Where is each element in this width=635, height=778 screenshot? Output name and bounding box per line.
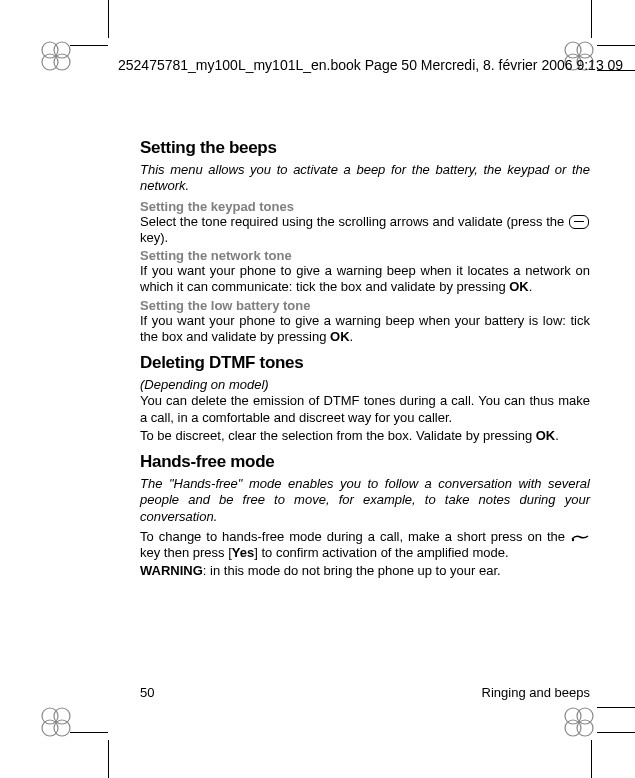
text: . — [555, 428, 559, 443]
crop-mark — [70, 45, 108, 46]
text: key then press [ — [140, 545, 232, 560]
handsfree-body: To change to hands-free mode during a ca… — [140, 529, 590, 562]
text: To be discreet, clear the selection from… — [140, 428, 536, 443]
crop-mark — [108, 0, 109, 38]
crop-mark — [591, 0, 592, 38]
svg-point-15 — [577, 720, 593, 736]
svg-point-11 — [54, 720, 70, 736]
registration-mark-icon — [40, 40, 72, 72]
yes-label: Yes — [232, 545, 254, 560]
crop-mark — [597, 707, 635, 708]
section-title-handsfree: Hands-free mode — [140, 452, 590, 472]
crop-mark — [108, 740, 109, 778]
registration-mark-icon — [563, 706, 595, 738]
text: To change to hands-free mode during a ca… — [140, 529, 570, 544]
text: . — [529, 279, 533, 294]
ok-label: OK — [330, 329, 350, 344]
page-header: 252475781_my100L_my101L_en.book Page 50 … — [108, 55, 615, 75]
handsfree-intro: The "Hands-free" mode enables you to fol… — [140, 476, 590, 525]
text: If you want your phone to give a warning… — [140, 313, 590, 344]
keypad-tones-body: Select the tone required using the scrol… — [140, 214, 590, 247]
registration-mark-icon — [40, 706, 72, 738]
network-tone-body: If you want your phone to give a warning… — [140, 263, 590, 296]
ok-label: OK — [536, 428, 556, 443]
warning-label: WARNING — [140, 563, 203, 578]
section-title-beeps: Setting the beeps — [140, 138, 590, 158]
low-battery-body: If you want your phone to give a warning… — [140, 313, 590, 346]
beeps-intro: This menu allows you to activate a beep … — [140, 162, 590, 195]
page-footer: 50 Ringing and beeps — [140, 685, 590, 700]
text: ] to confirm activation of the amplified… — [254, 545, 508, 560]
svg-point-25 — [572, 539, 574, 541]
text: . — [350, 329, 354, 344]
subhead-network-tone: Setting the network tone — [140, 248, 590, 263]
subhead-low-battery-tone: Setting the low battery tone — [140, 298, 590, 313]
subhead-keypad-tones: Setting the keypad tones — [140, 199, 590, 214]
crop-mark — [597, 732, 635, 733]
chapter-name: Ringing and beeps — [482, 685, 590, 700]
handsfree-warning: WARNING: in this mode do not bring the p… — [140, 563, 590, 579]
section-title-dtmf: Deleting DTMF tones — [140, 353, 590, 373]
dtmf-body-1: You can delete the emission of DTMF tone… — [140, 393, 590, 426]
header-text: 252475781_my100L_my101L_en.book Page 50 … — [118, 57, 623, 73]
dtmf-depend: (Depending on model) — [140, 377, 590, 393]
crop-mark — [70, 732, 108, 733]
page-number: 50 — [140, 685, 154, 700]
ok-key-icon — [569, 215, 589, 229]
svg-point-3 — [54, 54, 70, 70]
ok-label: OK — [509, 279, 529, 294]
text: Select the tone required using the scrol… — [140, 214, 568, 229]
crop-mark — [597, 45, 635, 46]
dtmf-body-2: To be discreet, clear the selection from… — [140, 428, 590, 444]
call-key-icon — [571, 532, 589, 542]
page-content: Setting the beeps This menu allows you t… — [140, 130, 590, 700]
text: : in this mode do not bring the phone up… — [203, 563, 501, 578]
text: key). — [140, 230, 168, 245]
crop-mark — [591, 740, 592, 778]
